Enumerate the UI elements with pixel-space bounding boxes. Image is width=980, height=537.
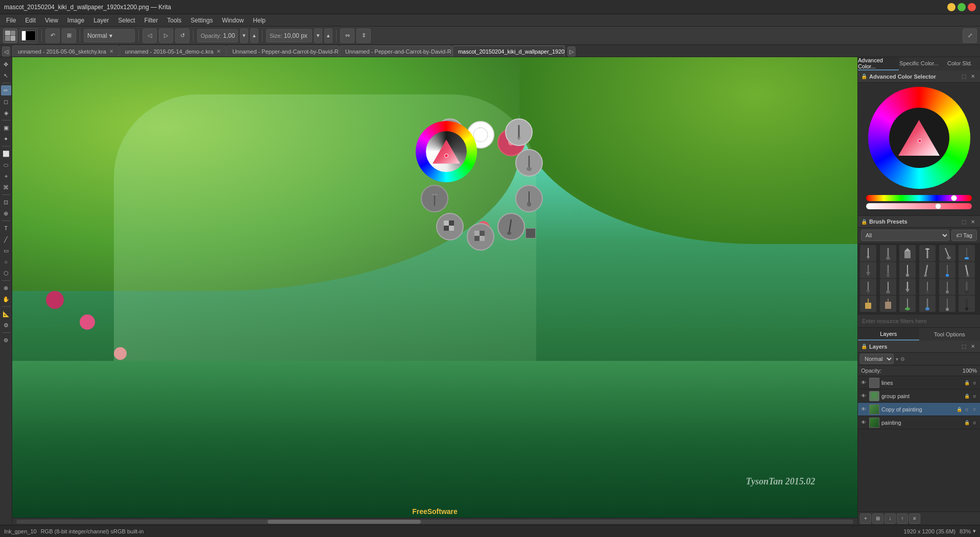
prev-preset-btn[interactable]: ◁ [142, 29, 157, 43]
layer-alpha-copy[interactable]: α [963, 406, 970, 413]
color-wheel-center[interactable] [416, 121, 477, 182]
layer-more-copy[interactable]: ≡ [971, 406, 978, 413]
brush-popup-brush-3[interactable] [497, 213, 525, 240]
tool-polygon[interactable]: ⬡ [1, 268, 11, 278]
layer-item-copy-painting[interactable]: 👁 Copy of painting 🔒 α ≡ [858, 403, 980, 416]
reload-preset-btn[interactable]: ↺ [175, 29, 189, 43]
brush-cell-12[interactable] [959, 262, 975, 278]
opacity-up-btn[interactable]: ▴ [250, 29, 258, 43]
brush-cell-8[interactable] [880, 262, 896, 278]
tab-close-1[interactable]: ✕ [217, 48, 221, 54]
tab-advanced-color[interactable]: Advanced Color... [858, 57, 899, 70]
menu-tools[interactable]: Tools [163, 16, 185, 25]
tool-fill[interactable]: ◈ [1, 108, 11, 118]
tool-cursor[interactable]: ↖ [1, 70, 11, 81]
next-preset-btn[interactable]: ▷ [159, 29, 173, 43]
menu-select[interactable]: Select [114, 16, 139, 25]
prev-tab-btn[interactable]: ◁ [2, 46, 10, 57]
tool-measure[interactable]: 📐 [1, 309, 11, 319]
menu-file[interactable]: File [2, 16, 20, 25]
brush-cell-11[interactable] [939, 262, 955, 278]
next-tab-btn[interactable]: ▷ [567, 46, 576, 57]
size-up-btn[interactable]: ▴ [324, 29, 332, 43]
expand-btn[interactable]: ⤢ [963, 29, 977, 43]
brush-search-input[interactable] [858, 314, 980, 327]
zoom-control[interactable]: 83% ▾ [960, 528, 976, 534]
brush-presets-close-btn[interactable]: ✕ [969, 217, 977, 226]
tool-contiguous-select[interactable]: ⌘ [1, 182, 11, 192]
layer-item-lines[interactable]: 👁 lines 🔒 α [858, 376, 980, 389]
brush-cell-14[interactable] [880, 279, 896, 295]
brush-cell-1[interactable] [860, 245, 876, 261]
tool-text[interactable]: T [1, 223, 11, 233]
brush-cell-20[interactable] [880, 296, 896, 312]
tool-eraser[interactable]: ◻ [1, 96, 11, 107]
brush-cell-23[interactable] [939, 296, 955, 312]
sv-triangle[interactable] [896, 118, 942, 158]
layer-add-btn[interactable]: + [860, 514, 871, 524]
tab-close-0[interactable]: ✕ [109, 48, 113, 54]
layer-menu-btn[interactable]: ≡ [909, 514, 920, 524]
adv-color-close-btn[interactable]: ✕ [969, 72, 977, 81]
sat-thumb[interactable] [935, 203, 941, 209]
menu-layer[interactable]: Layer [89, 16, 113, 25]
layer-item-painting[interactable]: 👁 painting 🔒 α [858, 416, 980, 429]
brush-cell-7[interactable] [860, 262, 876, 278]
layer-group-btn[interactable]: ⊞ [872, 514, 883, 524]
brush-cell-2[interactable] [880, 245, 896, 261]
tool-colorpick[interactable]: ✦ [1, 134, 11, 144]
blend-mode-dropdown[interactable]: Normal ▾ [84, 29, 135, 42]
brush-popup-brush-2[interactable] [515, 185, 543, 212]
brush-cell-22[interactable] [919, 296, 936, 312]
layer-lock-painting[interactable]: 🔒 [963, 419, 970, 426]
layers-blend-mode[interactable]: Normal [860, 354, 894, 364]
tool-ellipse-select[interactable]: ⬭ [1, 160, 11, 170]
tab-4[interactable]: mascot_20150204_kiki_d_wallpaper_1920x12… [452, 45, 565, 57]
hue-ring[interactable] [879, 99, 959, 178]
horizontal-scrollbar[interactable] [12, 518, 857, 525]
tool-move[interactable]: ⊕ [1, 208, 11, 218]
brush-popup-pencil-1[interactable] [505, 118, 533, 146]
layer-lock-group[interactable]: 🔒 [963, 393, 970, 400]
grid-btn[interactable]: ⊞ [62, 29, 76, 43]
brush-popup-brush-5[interactable] [436, 213, 464, 240]
maximize-button[interactable] [958, 3, 966, 11]
zoom-dropdown-icon[interactable]: ▾ [973, 528, 976, 534]
layer-vis-lines[interactable]: 👁 [860, 379, 867, 386]
canvas-area[interactable]: TysonTan 2015.02 FreeSoftware [12, 57, 857, 525]
brush-cell-17[interactable] [939, 279, 955, 295]
undo-btn[interactable]: ↶ [45, 29, 60, 43]
menu-filter[interactable]: Filter [140, 16, 162, 25]
brush-popup-brush-4[interactable] [467, 223, 494, 251]
brush-cell-10[interactable] [919, 262, 936, 278]
adv-color-float-btn[interactable]: ⬚ [960, 72, 968, 81]
layer-alpha-painting[interactable]: α [971, 419, 978, 426]
menu-image[interactable]: Image [63, 16, 88, 25]
brush-cell-15[interactable] [899, 279, 916, 295]
current-color-popup[interactable] [525, 228, 536, 238]
tool-zoom[interactable]: ⊕ [1, 283, 11, 293]
tool-rect[interactable]: ▭ [1, 246, 11, 256]
brush-filter-select[interactable]: All [861, 230, 949, 241]
brush-popup-brush-1[interactable] [515, 149, 543, 177]
tool-preset-btn[interactable] [3, 29, 17, 43]
layer-lock-lines[interactable]: 🔒 [963, 379, 970, 386]
tool-assistant[interactable]: ⊚ [1, 335, 11, 345]
menu-view[interactable]: View [41, 16, 62, 25]
tab-0[interactable]: unnamed - 2016-05-06_sketchy.kra ✕ [12, 45, 119, 57]
close-button[interactable] [968, 3, 976, 11]
tool-pan[interactable]: ✋ [1, 294, 11, 304]
sat-slider[interactable] [866, 203, 972, 209]
brush-cell-24[interactable] [959, 296, 975, 312]
brush-cell-4[interactable] [919, 245, 936, 261]
brush-cell-6[interactable] [959, 245, 975, 261]
menu-help[interactable]: Help [249, 16, 270, 25]
layers-options-icon[interactable]: ⚙ [900, 356, 905, 362]
layer-lock-copy[interactable]: 🔒 [955, 406, 963, 413]
tab-2[interactable]: Unnamed - Pepper-and-Carrot-by-David-Rev… [227, 45, 339, 57]
tab-3[interactable]: Unnamed - Pepper-and-Carrot-by-David-Rev… [340, 45, 452, 57]
brush-cell-16[interactable] [919, 279, 936, 295]
brush-cell-18[interactable] [959, 279, 975, 295]
tool-line[interactable]: ╱ [1, 234, 11, 245]
layers-filter-icon[interactable]: ▾ [896, 356, 898, 362]
